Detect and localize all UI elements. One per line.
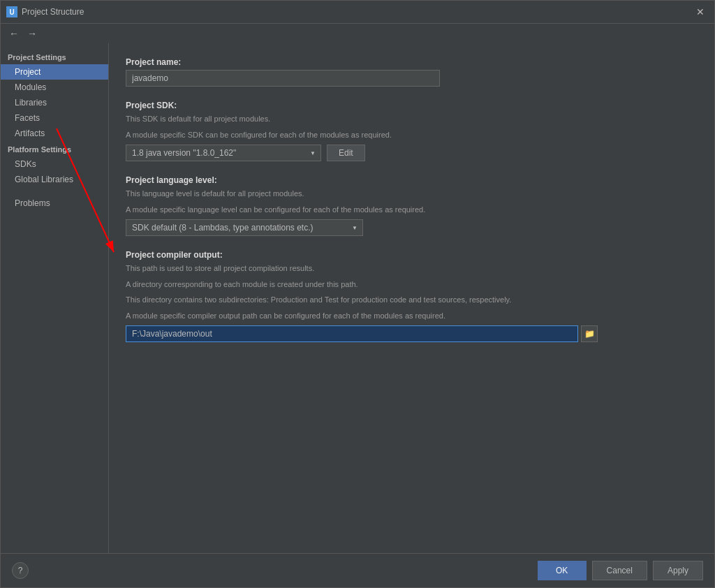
compiler-output-row: 📁 [126,325,698,342]
project-settings-header: Project Settings [1,49,108,64]
cancel-button[interactable]: Cancel [592,561,647,580]
sidebar-item-facets[interactable]: Facets [1,110,108,126]
back-button[interactable]: ← [6,27,22,41]
project-name-group: Project name: [126,57,698,87]
apply-button[interactable]: Apply [653,561,703,580]
project-name-label: Project name: [126,57,698,67]
bottom-bar: ? OK Cancel Apply [1,553,714,587]
project-sdk-group: Project SDK: This SDK is default for all… [126,101,698,161]
compiler-output-label: Project compiler output: [126,250,698,260]
bottom-right: OK Cancel Apply [538,561,703,580]
compiler-output-desc3: This directory contains two subdirectori… [126,294,698,306]
title-bar-left: U Project Structure [6,6,84,17]
sidebar-item-libraries[interactable]: Libraries [1,95,108,110]
sdk-edit-button[interactable]: Edit [327,145,365,161]
title-bar: U Project Structure ✕ [1,1,714,24]
sidebar-item-sdks[interactable]: SDKs [1,156,108,172]
platform-settings-header: Platform Settings [1,141,108,156]
compiler-output-group: Project compiler output: This path is us… [126,250,698,342]
sdk-select[interactable]: 1.8 java version "1.8.0_162" [126,145,321,161]
forward-button[interactable]: → [24,27,40,41]
nav-toolbar: ← → [1,24,714,43]
language-level-desc2: A module specific language level can be … [126,204,698,216]
compiler-output-desc1: This path is used to store all project c… [126,263,698,274]
folder-icon: 📁 [584,329,595,339]
bottom-left: ? [12,562,29,579]
language-level-group: Project language level: This language le… [126,175,698,236]
help-button[interactable]: ? [12,562,29,579]
project-sdk-label: Project SDK: [126,101,698,110]
close-button[interactable]: ✕ [692,5,709,19]
project-name-input[interactable] [126,70,440,87]
sidebar-item-modules[interactable]: Modules [1,80,108,95]
sdk-row: 1.8 java version "1.8.0_162" Edit [126,145,698,161]
dialog-title: Project Structure [22,7,84,17]
language-level-select[interactable]: SDK default (8 - Lambdas, type annotatio… [126,219,363,236]
compiler-output-desc2: A directory corresponding to each module… [126,279,698,291]
project-sdk-desc2: A module specific SDK can be configured … [126,129,698,141]
language-select-wrapper: SDK default (8 - Lambdas, type annotatio… [126,219,363,236]
sidebar-item-artifacts[interactable]: Artifacts [1,126,108,141]
app-icon: U [6,6,17,17]
sidebar-item-global-libraries[interactable]: Global Libraries [1,172,108,187]
language-level-label: Project language level: [126,175,698,185]
language-level-desc1: This language level is default for all p… [126,188,698,200]
compiler-output-input[interactable] [126,325,578,342]
main-panel: Project name: Project SDK: This SDK is d… [109,43,714,553]
content-area: Project Settings Project Modules Librari… [1,43,714,553]
sidebar-item-problems[interactable]: Problems [1,196,108,211]
project-structure-dialog: U Project Structure ✕ ← → Project Settin… [0,0,715,588]
folder-browse-button[interactable]: 📁 [581,325,598,342]
project-sdk-desc1: This SDK is default for all project modu… [126,113,698,125]
sidebar-item-project[interactable]: Project [1,64,108,80]
compiler-output-desc4: A module specific compiler output path c… [126,310,698,322]
ok-button[interactable]: OK [538,561,587,580]
sidebar: Project Settings Project Modules Librari… [1,43,109,553]
sdk-select-wrapper: 1.8 java version "1.8.0_162" [126,145,321,161]
